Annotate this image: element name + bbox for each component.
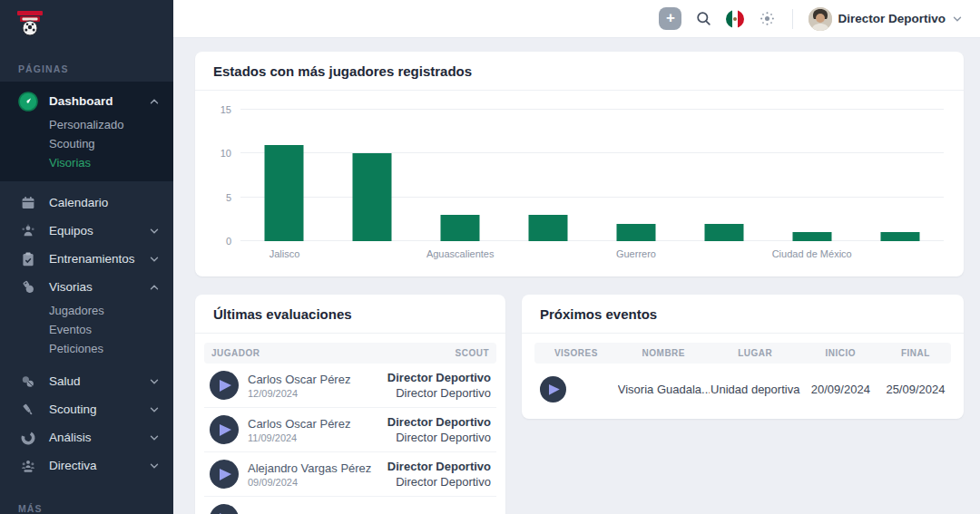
evaluations-column-headers: JUGADOR SCOUT xyxy=(204,343,496,364)
player-info: Carlos Oscar Pérez 11/09/2024 xyxy=(248,417,387,443)
bar-slot xyxy=(856,110,944,241)
column-lugar: LUGAR xyxy=(710,348,801,358)
sidebar-item-peticiones[interactable]: Peticiones xyxy=(0,339,173,358)
chevron-up-icon xyxy=(148,95,161,108)
language-flag-icon[interactable] xyxy=(725,9,745,29)
bar-chart: 051015 JaliscoAguascalientesGuerreroCiud… xyxy=(195,91,964,276)
sidebar-item-label: Entrenamientos xyxy=(49,252,148,266)
bar-slot xyxy=(505,110,593,241)
chevron-down-icon xyxy=(148,403,161,416)
chart-bar[interactable] xyxy=(265,145,304,241)
evaluation-row[interactable]: Carlos Oscar Pérez 11/09/2024 Director D… xyxy=(204,408,496,452)
chart-bar[interactable] xyxy=(353,153,392,241)
event-row[interactable]: Visoria Guadala... Unidad deportiva 20/0… xyxy=(534,364,951,414)
scout-line2: Director Deportivo xyxy=(387,475,491,489)
sidebar-item-scouting-sub[interactable]: Scouting xyxy=(0,134,173,153)
evaluation-row[interactable]: Roberto Carlos xyxy=(204,497,496,514)
evaluations-title: Últimas evaluaciones xyxy=(213,306,487,322)
y-tick-label: 0 xyxy=(226,236,231,247)
sidebar-item-visorias-sub[interactable]: Visorias xyxy=(0,153,173,172)
chart-bar[interactable] xyxy=(880,232,919,241)
sidebar-item-calendario[interactable]: Calendario xyxy=(0,189,173,217)
event-start-date: 20/09/2024 xyxy=(801,383,880,396)
futbol-club-crest-icon xyxy=(15,7,45,38)
chart-card-header: Estados con más jugadores registrados xyxy=(195,52,964,91)
user-avatar xyxy=(808,7,832,31)
app-logo[interactable] xyxy=(0,0,173,40)
column-scout: SCOUT xyxy=(456,348,490,358)
chart-bars xyxy=(240,110,944,241)
sidebar-item-salud[interactable]: Salud xyxy=(0,367,173,395)
visor-avatar xyxy=(540,376,566,402)
chart-bar[interactable] xyxy=(704,224,743,241)
user-name: Director Deportivo xyxy=(838,12,946,25)
search-icon[interactable] xyxy=(693,9,713,29)
sidebar-item-scouting[interactable]: Scouting xyxy=(0,395,173,423)
column-inicio: INICIO xyxy=(801,348,880,358)
whistle-icon xyxy=(18,277,38,297)
sidebar-item-visorias[interactable]: Visorias xyxy=(0,273,173,301)
sidebar-item-label: Análisis xyxy=(49,431,148,444)
x-tick-label: Guerrero xyxy=(593,248,681,259)
theme-brightness-icon[interactable] xyxy=(757,9,777,29)
sidebar-item-label: Salud xyxy=(49,374,148,388)
sidebar-item-entrenamientos[interactable]: Entrenamientos xyxy=(0,245,173,273)
chevron-down-icon xyxy=(148,375,161,388)
column-jugador: JUGADOR xyxy=(211,348,260,358)
player-info: Roberto Carlos xyxy=(248,511,491,514)
x-tick-label xyxy=(505,248,593,259)
board-people-icon xyxy=(18,456,38,476)
bar-slot xyxy=(416,110,505,241)
sidebar-section-paginas: PÁGINAS xyxy=(18,63,173,74)
bar-slot xyxy=(768,110,856,241)
evaluation-row[interactable]: Alejandro Vargas Pérez 09/09/2024 Direct… xyxy=(204,452,496,497)
event-name: Visoria Guadala... xyxy=(618,383,710,396)
pie-chart-icon xyxy=(18,428,38,448)
clipboard-check-icon xyxy=(18,249,38,269)
topbar-divider xyxy=(792,9,793,29)
sidebar-item-label: Equipos xyxy=(49,224,148,238)
evaluation-date: 11/09/2024 xyxy=(248,432,387,443)
user-menu[interactable]: Director Deportivo xyxy=(808,7,964,31)
sidebar-item-analisis[interactable]: Análisis xyxy=(0,423,173,451)
chart-bar[interactable] xyxy=(792,232,831,241)
sidebar: PÁGINAS Dashboard Personalizado Scouting xyxy=(0,0,173,514)
column-final: FINAL xyxy=(880,348,951,358)
latest-evaluations-card: Últimas evaluaciones JUGADOR SCOUT Carlo… xyxy=(195,295,505,514)
evaluation-row[interactable]: Carlos Oscar Pérez 12/09/2024 Director D… xyxy=(204,364,496,408)
dashboard-group: Dashboard Personalizado Scouting Visoria… xyxy=(0,82,173,181)
sidebar-item-label: Scouting xyxy=(49,402,148,416)
scout-line2: Director Deportivo xyxy=(387,386,491,400)
player-info: Carlos Oscar Pérez 12/09/2024 xyxy=(248,373,387,399)
subitem-label: Peticiones xyxy=(49,342,103,355)
chart-bar[interactable] xyxy=(441,215,480,241)
dashboard-icon xyxy=(18,92,38,112)
subitem-label: Scouting xyxy=(49,137,95,150)
sidebar-item-personalizado[interactable]: Personalizado xyxy=(0,115,173,134)
player-avatar xyxy=(210,460,239,489)
sidebar-item-directiva[interactable]: Directiva xyxy=(0,451,173,480)
player-name: Carlos Oscar Pérez xyxy=(248,373,387,386)
scout-info: Director Deportivo Director Deportivo xyxy=(387,415,491,444)
team-icon xyxy=(18,221,38,241)
sidebar-item-eventos[interactable]: Eventos xyxy=(0,320,173,339)
scout-info: Director Deportivo Director Deportivo xyxy=(387,460,491,489)
chart-bar[interactable] xyxy=(616,224,655,241)
event-visores-cell xyxy=(534,376,618,402)
chart-bar[interactable] xyxy=(529,215,568,241)
y-tick-label: 15 xyxy=(220,104,231,115)
sidebar-item-jugadores[interactable]: Jugadores xyxy=(0,301,173,320)
evaluation-date: 09/09/2024 xyxy=(248,477,387,488)
sidebar-item-equipos[interactable]: Equipos xyxy=(0,217,173,245)
sidebar-item-dashboard[interactable]: Dashboard xyxy=(0,87,173,115)
add-button[interactable]: + xyxy=(659,7,681,30)
sidebar-item-label: Directiva xyxy=(49,459,148,472)
y-tick-label: 10 xyxy=(220,148,231,159)
upcoming-events-card: Próximos eventos VISORES NOMBRE LUGAR IN… xyxy=(522,295,964,419)
topbar: + xyxy=(173,0,980,38)
evaluations-header: Últimas evaluaciones xyxy=(195,295,505,334)
chevron-down-icon xyxy=(148,432,161,444)
chevron-down-icon xyxy=(148,460,161,472)
main-content: Estados con más jugadores registrados 05… xyxy=(173,38,980,514)
sidebar-item-label: Dashboard xyxy=(49,94,148,108)
